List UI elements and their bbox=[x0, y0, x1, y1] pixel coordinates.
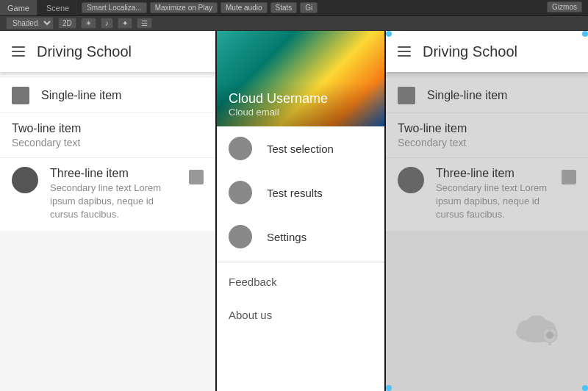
three-line-secondary: Secondary line text Lorem ipsum dapibus,… bbox=[50, 182, 177, 222]
cloud-icon-area bbox=[507, 303, 566, 347]
two-line-primary: Two-line item bbox=[12, 122, 204, 135]
svg-point-3 bbox=[526, 315, 547, 331]
center-scene-panel: Cloud Username Cloud email Test selectio… bbox=[217, 31, 386, 391]
three-line-text-group: Three-line item Secondary line text Lore… bbox=[50, 167, 177, 222]
svg-point-5 bbox=[546, 331, 553, 339]
left-two-line-item: Two-line item Secondary text bbox=[0, 113, 215, 158]
test-results-icon bbox=[229, 181, 252, 204]
light-btn[interactable]: ☀ bbox=[81, 18, 96, 29]
corner-dot-tr bbox=[582, 31, 588, 37]
gizmos-btn[interactable]: Gizmos bbox=[547, 1, 582, 12]
right-single-text: Single-line item bbox=[427, 89, 507, 102]
cloud-icon bbox=[507, 303, 566, 347]
hamburger-line-3 bbox=[12, 55, 25, 57]
left-app-header: Driving School bbox=[0, 31, 215, 72]
right-three-primary: Three-line item bbox=[436, 167, 550, 180]
left-app-title: Driving School bbox=[37, 43, 132, 60]
right-two-line-item: Two-line item Secondary text bbox=[386, 113, 588, 158]
scene-toolbar: Shaded 2D ☀ ♪ ✦ ☰ bbox=[0, 16, 588, 31]
right-two-primary: Two-line item bbox=[398, 122, 576, 135]
audio-btn[interactable]: ♪ bbox=[101, 18, 113, 29]
right-three-text-group: Three-line item Secondary line text Lore… bbox=[436, 167, 550, 222]
tab-game-label: Game bbox=[7, 4, 29, 12]
svg-rect-7 bbox=[548, 342, 551, 345]
svg-rect-8 bbox=[542, 334, 545, 337]
left-three-line-item: Three-line item Secondary line text Lore… bbox=[0, 158, 215, 231]
hamburger-line-1 bbox=[12, 46, 25, 48]
left-hamburger-icon[interactable] bbox=[12, 46, 25, 57]
settings-nav-icon bbox=[229, 225, 252, 248]
single-line-icon bbox=[12, 87, 29, 104]
three-line-icon bbox=[12, 167, 38, 193]
two-line-secondary: Secondary text bbox=[12, 137, 204, 148]
gi-btn[interactable]: Gi bbox=[300, 2, 318, 13]
right-hamburger-line-2 bbox=[398, 51, 411, 52]
nav-feedback-label: Feedback bbox=[229, 276, 277, 288]
corner-dot-tl bbox=[386, 31, 392, 37]
nav-item-test-selection[interactable]: Test selection bbox=[217, 126, 384, 171]
right-two-secondary: Secondary text bbox=[398, 137, 576, 148]
nav-divider bbox=[217, 262, 384, 262]
right-hamburger-line-3 bbox=[398, 55, 411, 57]
stats-btn[interactable]: Stats bbox=[270, 2, 298, 13]
2d-btn[interactable]: 2D bbox=[58, 18, 76, 29]
three-line-action-icon[interactable] bbox=[189, 170, 204, 184]
main-content: Driving School Single-line item Two-line… bbox=[0, 31, 588, 391]
nav-hero-image: Cloud Username Cloud email bbox=[217, 31, 384, 126]
svg-rect-6 bbox=[548, 328, 551, 331]
right-three-line-item: Three-line item Secondary line text Lore… bbox=[386, 158, 588, 231]
tab-scene-label: Scene bbox=[46, 4, 69, 12]
left-game-panel: Driving School Single-line item Two-line… bbox=[0, 31, 217, 391]
maximize-btn[interactable]: Maximize on Play bbox=[150, 2, 218, 13]
smart-localize-btn[interactable]: Smart Localiza... bbox=[82, 2, 146, 13]
right-single-line-item: Single-line item bbox=[386, 78, 588, 113]
three-line-primary: Three-line item bbox=[50, 167, 177, 180]
right-three-action-icon[interactable] bbox=[562, 170, 576, 184]
right-app-title: Driving School bbox=[423, 43, 517, 60]
nav-about-label: About us bbox=[229, 309, 272, 321]
nav-item-feedback[interactable]: Feedback bbox=[217, 265, 384, 298]
right-app-header: Driving School bbox=[386, 31, 588, 72]
nav-email: Cloud email bbox=[229, 107, 373, 118]
right-single-icon bbox=[398, 87, 415, 104]
left-single-line-item: Single-line item bbox=[0, 78, 215, 113]
shaded-select[interactable]: Shaded bbox=[6, 17, 54, 29]
nav-test-results-label: Test results bbox=[267, 187, 323, 199]
right-three-secondary: Secondary line text Lorem ipsum dapibus,… bbox=[436, 182, 550, 222]
right-hamburger-line-1 bbox=[398, 46, 411, 48]
right-hamburger-icon[interactable] bbox=[398, 46, 411, 57]
game-toolbar: Smart Localiza... Maximize on Play Mute … bbox=[77, 2, 322, 13]
effects-btn[interactable]: ✦ bbox=[118, 18, 132, 29]
mute-audio-btn[interactable]: Mute audio bbox=[220, 2, 267, 13]
nav-test-selection-label: Test selection bbox=[267, 143, 334, 155]
tab-scene[interactable]: Scene bbox=[39, 0, 77, 15]
corner-dot-br bbox=[582, 385, 588, 391]
hamburger-line-2 bbox=[12, 51, 25, 52]
single-line-text: Single-line item bbox=[41, 89, 121, 102]
nav-username: Cloud Username bbox=[229, 91, 373, 107]
hidden-btn[interactable]: ☰ bbox=[137, 18, 152, 29]
right-three-icon bbox=[398, 167, 424, 193]
nav-settings-label: Settings bbox=[267, 231, 306, 243]
right-scene-panel: Driving School Single-line item Two-line… bbox=[386, 31, 588, 391]
test-selection-icon bbox=[229, 137, 252, 160]
nav-item-settings[interactable]: Settings bbox=[217, 215, 384, 259]
nav-item-about[interactable]: About us bbox=[217, 298, 384, 331]
svg-rect-9 bbox=[554, 334, 557, 337]
tab-game[interactable]: Game bbox=[0, 0, 37, 15]
nav-item-test-results[interactable]: Test results bbox=[217, 171, 384, 215]
top-bar: Game Scene Smart Localiza... Maximize on… bbox=[0, 0, 588, 16]
corner-dot-bl bbox=[386, 385, 392, 391]
nav-hero-overlay: Cloud Username Cloud email bbox=[217, 82, 384, 126]
